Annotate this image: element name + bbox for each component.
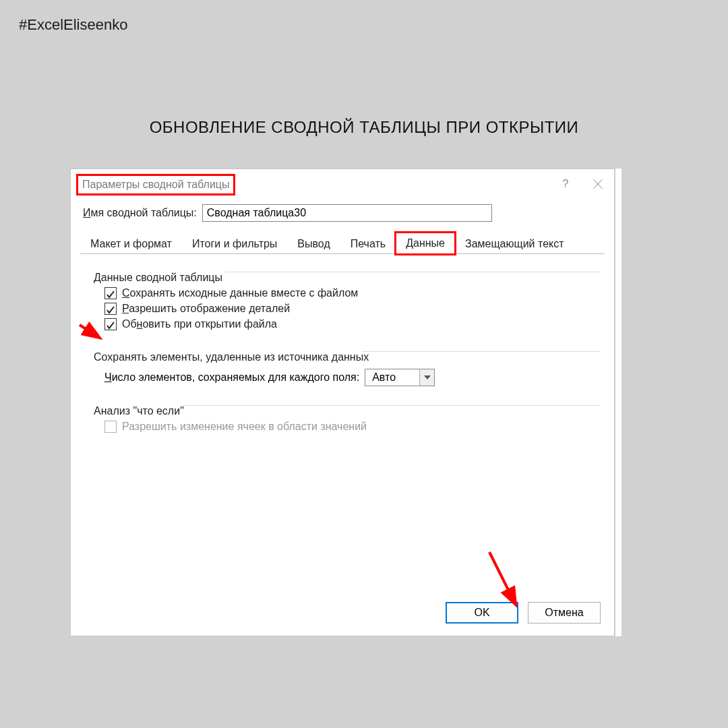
check-refresh-on-open-label: Обновить при открытии файла	[122, 318, 277, 330]
retain-items-value: Авто	[365, 371, 419, 384]
group-what-if: Анализ "что если" Разрешить изменение яч…	[84, 398, 601, 442]
pivot-name-input[interactable]	[202, 204, 492, 222]
help-button[interactable]: ?	[549, 178, 582, 190]
group-pivot-data-label: Данные сводной таблицы	[94, 272, 222, 284]
check-save-source-data-label: Сохранять исходные данные вместе с файло…	[122, 287, 358, 299]
tabstrip: Макет и формат Итоги и фильтры Вывод Печ…	[71, 231, 614, 254]
worksheet-edge	[615, 169, 621, 636]
check-refresh-on-open[interactable]	[104, 318, 117, 330]
tab-alt-text[interactable]: Замещающий текст	[455, 233, 574, 254]
tab-display[interactable]: Вывод	[287, 233, 340, 254]
tab-data[interactable]: Данные	[396, 233, 455, 254]
group-retain-deleted: Сохранять элементы, удаленные из источни…	[84, 344, 601, 393]
dialog-title: Параметры сводной таблицы	[76, 174, 235, 195]
check-save-source-data[interactable]	[104, 287, 117, 299]
group-retain-deleted-label: Сохранять элементы, удаленные из источни…	[94, 351, 369, 363]
page-hashtag: #ExcelEliseenko	[19, 16, 127, 34]
check-enable-details-label: Разрешить отображение деталей	[122, 303, 290, 315]
tab-totals-filters[interactable]: Итоги и фильтры	[182, 233, 287, 254]
pivot-name-label: Имя сводной таблицы:	[83, 207, 197, 219]
retain-items-label: Число элементов, сохраняемых для каждого…	[104, 371, 359, 384]
check-allow-cell-edit-label: Разрешить изменение ячеек в области знач…	[122, 421, 367, 433]
pivot-table-options-dialog: Параметры сводной таблицы ? Имя сводной …	[70, 169, 615, 636]
group-what-if-label: Анализ "что если"	[94, 405, 184, 417]
check-refresh-on-open-row: Обновить при открытии файла	[104, 318, 594, 330]
svg-marker-2	[424, 375, 431, 380]
pivot-name-row: Имя сводной таблицы:	[71, 199, 614, 229]
check-allow-cell-edit-row: Разрешить изменение ячеек в области знач…	[104, 421, 594, 433]
ok-button[interactable]: OK	[446, 602, 518, 624]
check-allow-cell-edit	[104, 421, 117, 433]
chevron-down-icon	[419, 369, 434, 386]
tab-layout-format[interactable]: Макет и формат	[80, 233, 182, 254]
dialog-titlebar: Параметры сводной таблицы ?	[71, 169, 614, 199]
check-save-source-data-row: Сохранять исходные данные вместе с файло…	[104, 287, 594, 299]
close-icon	[593, 179, 603, 189]
tab-data-pane: Данные сводной таблицы Сохранять исходны…	[71, 254, 614, 447]
page-heading: ОБНОВЛЕНИЕ СВОДНОЙ ТАБЛИЦЫ ПРИ ОТКРЫТИИ	[0, 118, 728, 137]
cancel-button[interactable]: Отмена	[528, 602, 601, 624]
retain-items-row: Число элементов, сохраняемых для каждого…	[104, 369, 594, 386]
tab-print[interactable]: Печать	[340, 233, 396, 254]
retain-items-combo[interactable]: Авто	[365, 369, 435, 386]
check-enable-details[interactable]	[104, 303, 117, 315]
group-pivot-data: Данные сводной таблицы Сохранять исходны…	[84, 265, 601, 339]
dialog-button-row: OK Отмена	[446, 602, 601, 624]
check-enable-details-row: Разрешить отображение деталей	[104, 303, 594, 315]
close-button[interactable]	[582, 169, 614, 199]
